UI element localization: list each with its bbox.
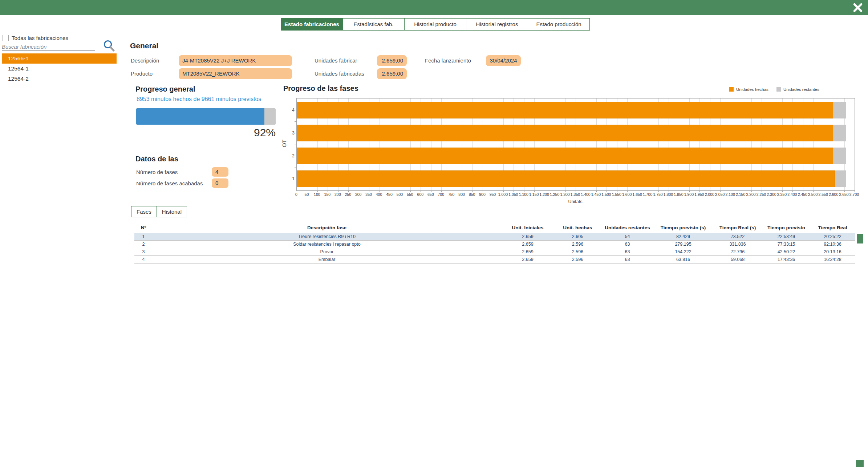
x-axis-tick-label: 2.150 [736, 192, 745, 197]
x-axis-tick-mark [586, 190, 586, 192]
progress-percent: 92% [136, 126, 276, 139]
x-axis-tick-mark [431, 190, 431, 192]
x-axis-tick-mark [338, 190, 338, 192]
table-cell: 2.605 [554, 233, 601, 241]
x-axis-tick-mark [390, 190, 390, 192]
column-header-unit-hechas: Unit. hechas [554, 222, 601, 233]
table-cell: 22:53:49 [763, 233, 810, 241]
x-axis-tick-mark [638, 190, 638, 192]
title-bar [0, 0, 868, 15]
x-axis-tick-mark [380, 190, 380, 192]
producto-field[interactable]: MT2085V22_REWORK [179, 68, 292, 79]
legend-item-unidades-hechas: Unidades hechas [729, 87, 768, 92]
numero-fases-field[interactable]: 4 [212, 167, 228, 177]
checkbox-icon[interactable] [3, 35, 9, 41]
sidebar-item-12564-1[interactable]: 12564-1 [2, 64, 117, 74]
x-axis-tick-mark [792, 190, 793, 192]
x-axis-tick-label: 500 [397, 192, 403, 197]
x-axis-tick-label: 1.750 [653, 192, 662, 197]
table-row[interactable]: 3Provar2.6592.59663154.22272.79642:50:22… [134, 248, 855, 256]
x-axis-tick-label: 1.200 [540, 192, 549, 197]
x-axis-tick-mark [762, 190, 762, 192]
numero-fases-acabadas-field[interactable]: 0 [212, 178, 228, 188]
column-header-tiempo-real-s: Tiempo Real (s) [713, 222, 763, 233]
sidebar-item-12566-1[interactable]: 12566-1 [2, 53, 117, 64]
x-axis-tick-mark [596, 190, 597, 192]
x-axis-tick-mark [534, 190, 535, 192]
x-axis-tick-label: 1.050 [508, 192, 518, 197]
table-cell: 2.659 [501, 256, 554, 263]
y-axis-tick-mark [295, 168, 296, 168]
tab-historial[interactable]: Historial [157, 206, 187, 217]
x-axis-tick-mark [410, 190, 411, 192]
tab-estado-fabricaciones[interactable]: Estado fabricaciones [281, 18, 343, 31]
tab-fases[interactable]: Fases [131, 206, 157, 217]
x-axis-tick-mark [503, 190, 504, 192]
table-cell: 2.659 [501, 233, 554, 241]
descripcion-field[interactable]: J4-MT2085V22 J+J REWORK [179, 55, 292, 66]
column-header-unit-iniciales: Unit. Iniciales [501, 222, 554, 233]
table-row[interactable]: 4Embalar2.6592.5966363.81659.06817:43:36… [134, 256, 855, 263]
sidebar-item-12564-2[interactable]: 12564-2 [2, 74, 117, 84]
table-cell: 1 [134, 233, 153, 241]
table-cell: 92:10:36 [810, 241, 855, 248]
y-axis-tick-mark [295, 145, 296, 145]
chart-y-axis-label: OT [281, 140, 287, 147]
x-axis-tick-label: 100 [314, 192, 320, 197]
table-header-row: NºDescripción faseUnit. InicialesUnit. h… [134, 222, 855, 233]
table-scrollbar-thumb[interactable] [857, 234, 863, 243]
tab-estad-sticas-fab[interactable]: Estadísticas fab. [342, 18, 405, 31]
progreso-subtitle: 8953 minutos hechos de 9661 minutos prev… [137, 96, 261, 102]
bar-unidades-hechas [297, 125, 833, 141]
descripcion-label: Descripción [131, 57, 159, 64]
x-axis-tick-label: 2.200 [746, 192, 755, 197]
fecha-lanzamiento-field[interactable]: 30/04/2024 [486, 55, 521, 66]
x-axis-tick-mark [824, 190, 824, 192]
x-axis-tick-label: 550 [407, 192, 413, 197]
x-axis-tick-mark [813, 190, 814, 192]
all-fabrications-label: Todas las fabricaciones [12, 35, 68, 41]
table-cell: Soldar resistencies i repasar opto [153, 241, 501, 248]
all-fabrications-checkbox[interactable]: Todas las fabricaciones [3, 35, 68, 41]
column-header-tiempo-real: Tiempo Real [810, 222, 855, 233]
legend-label: Unidades restantes [783, 87, 819, 92]
table-row[interactable]: 2Soldar resistencies i repasar opto2.659… [134, 241, 855, 248]
x-axis-tick-mark [699, 190, 700, 192]
table-cell: 2.596 [554, 241, 601, 248]
unidades-fabricadas-field[interactable]: 2.659,00 [377, 68, 407, 79]
x-axis-tick-mark [772, 190, 772, 192]
table-cell: 17:43:36 [763, 256, 810, 263]
bar-row-ot-3 [297, 125, 855, 141]
search-input[interactable] [2, 43, 95, 51]
tab-historial-registros[interactable]: Historial registros [466, 18, 528, 31]
x-axis-tick-mark [493, 190, 493, 192]
tab-estado-producci-n[interactable]: Estado producción [528, 18, 590, 31]
table-cell: 82.429 [654, 233, 713, 241]
column-header-unidades-restantes: Unidades restantes [601, 222, 654, 233]
legend-label: Unidades hechas [736, 87, 768, 92]
x-axis-tick-label: 350 [365, 192, 372, 197]
x-axis-tick-label: 2.500 [808, 192, 818, 197]
table-cell: Embalar [153, 256, 501, 263]
search-icon[interactable] [102, 39, 115, 52]
x-axis-tick-label: 2.600 [829, 192, 838, 197]
close-icon[interactable] [851, 2, 864, 13]
x-axis-tick-mark [369, 190, 369, 192]
unidades-fabricar-field[interactable]: 2.659,00 [377, 55, 407, 66]
chart-legend: Unidades hechasUnidades restantes [729, 87, 827, 92]
legend-swatch-icon [776, 87, 781, 92]
legend-item-unidades-restantes: Unidades restantes [776, 87, 819, 92]
tab-historial-producto[interactable]: Historial producto [404, 18, 466, 31]
y-axis-tick-label: 1 [288, 176, 295, 181]
x-axis-tick-mark [348, 190, 349, 192]
x-axis-tick-mark [307, 190, 307, 192]
table-row[interactable]: 1Treure resistencies R9 i R102.6592.6055… [134, 233, 855, 241]
x-axis-tick-mark [782, 190, 783, 192]
x-axis-tick-label: 2.000 [705, 192, 714, 197]
x-axis-tick-label: 1.400 [581, 192, 590, 197]
column-header-descripci-n-fase: Descripción fase [153, 222, 501, 233]
fabrication-list: 12566-112564-112564-2 [2, 53, 117, 84]
x-axis-tick-label: 1.850 [674, 192, 683, 197]
table-cell: 59.068 [713, 256, 763, 263]
y-axis-tick-label: 2 [288, 153, 295, 158]
